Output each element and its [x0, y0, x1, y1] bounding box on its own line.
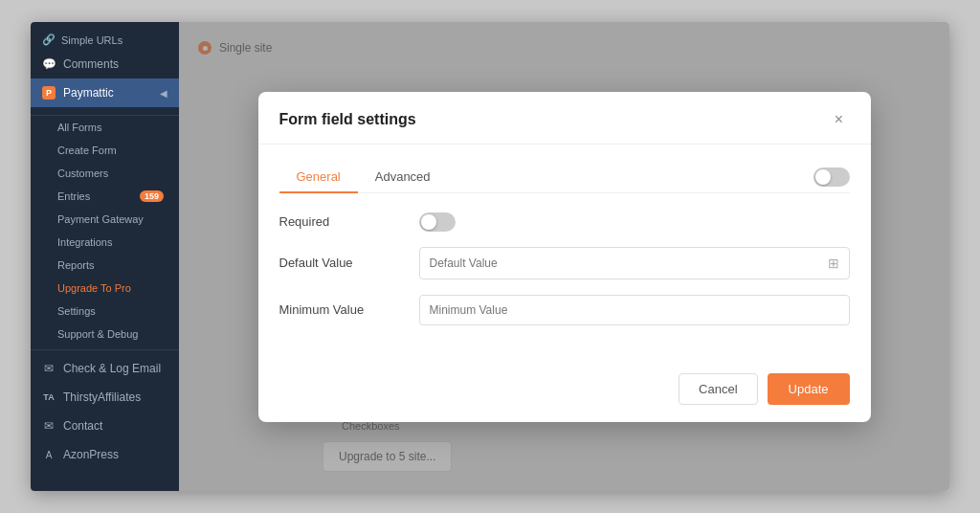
tab-advanced[interactable]: Advanced — [358, 162, 448, 193]
toggle-knob — [815, 169, 831, 185]
update-button[interactable]: Update — [768, 373, 850, 405]
default-value-control: ⊞ — [419, 247, 850, 279]
default-value-label: Default Value — [279, 256, 404, 270]
required-toggle-control — [419, 212, 850, 232]
required-toggle-knob — [421, 214, 436, 230]
azonpress-icon: A — [42, 448, 56, 461]
sidebar-item-thirsty-affiliates[interactable]: TA ThirstyAffiliates — [31, 383, 179, 412]
azonpress-label: AzonPress — [63, 448, 167, 461]
minimum-value-input[interactable] — [430, 303, 839, 317]
tab-general[interactable]: General — [279, 162, 358, 193]
grid-icon: ⊞ — [828, 256, 839, 271]
required-field: Required — [279, 212, 850, 232]
entries-badge: 159 — [140, 190, 164, 202]
sidebar-item-comments[interactable]: 💬 Comments — [31, 50, 179, 78]
thirsty-label: ThirstyAffiliates — [63, 390, 167, 404]
modal-body: General Advanced Required — [258, 145, 871, 362]
modal-footer: Cancel Update — [258, 362, 871, 422]
minimum-value-input-wrapper — [419, 295, 850, 325]
modal-toggle[interactable] — [813, 167, 850, 187]
paymattic-icon: P — [42, 86, 56, 100]
sidebar: 🔗 Simple URLs 💬 Comments P Paymattic ◀ A… — [31, 22, 179, 491]
default-value-input-wrapper: ⊞ — [419, 247, 850, 279]
check-log-label: Check & Log Email — [63, 362, 167, 375]
required-label: Required — [279, 214, 404, 229]
main-content: Single site Form field settings × — [179, 22, 949, 491]
entries-label: Entries — [57, 190, 90, 202]
minimum-value-label: Minimum Value — [279, 302, 404, 317]
comments-label: Comments — [63, 57, 167, 71]
thirsty-icon: TA — [42, 390, 56, 404]
paymattic-arrow: ◀ — [160, 88, 167, 99]
submenu-integrations[interactable]: Integrations — [31, 231, 179, 254]
link-icon: 🔗 — [42, 33, 56, 46]
sidebar-item-azonpress[interactable]: A AzonPress — [31, 440, 179, 469]
contact-icon: ✉ — [42, 419, 56, 433]
minimum-value-control — [419, 295, 850, 325]
sidebar-item-contact[interactable]: ✉ Contact — [31, 412, 179, 440]
submenu-all-forms[interactable]: All Forms — [31, 116, 179, 139]
content-area: Single site Form field settings × — [179, 22, 949, 491]
submenu-support-debug[interactable]: Support & Debug — [31, 323, 179, 346]
contact-label: Contact — [63, 419, 167, 433]
sidebar-item-paymattic[interactable]: P Paymattic ◀ — [31, 78, 179, 107]
submenu-entries[interactable]: Entries 159 — [31, 185, 179, 208]
minimum-value-field: Minimum Value — [279, 295, 850, 325]
submenu-settings[interactable]: Settings — [31, 300, 179, 323]
default-value-field: Default Value ⊞ — [279, 247, 850, 279]
sidebar-top-section: 🔗 Simple URLs 💬 Comments P Paymattic ◀ — [31, 22, 179, 116]
cancel-button[interactable]: Cancel — [679, 373, 757, 405]
tabs-left: General Advanced — [279, 162, 448, 192]
sidebar-item-simple-urls[interactable]: 🔗 Simple URLs — [31, 30, 179, 50]
comments-icon: 💬 — [42, 57, 56, 71]
modal-overlay: Form field settings × General Advanced — [179, 22, 949, 491]
submenu-upgrade-to-pro[interactable]: Upgrade To Pro — [31, 277, 179, 300]
paymattic-label: Paymattic — [63, 86, 152, 100]
submenu-create-form[interactable]: Create Form — [31, 139, 179, 162]
submenu-customers[interactable]: Customers — [31, 162, 179, 185]
submenu-reports[interactable]: Reports — [31, 254, 179, 277]
submenu-payment-gateway[interactable]: Payment Gateway — [31, 208, 179, 231]
required-toggle[interactable] — [419, 212, 456, 232]
check-log-icon: ✉ — [42, 362, 56, 375]
modal-tabs: General Advanced — [279, 162, 850, 193]
sidebar-item-check-log-email[interactable]: ✉ Check & Log Email — [31, 354, 179, 383]
paymattic-submenu: All Forms Create Form Customers Entries … — [31, 116, 179, 346]
close-button[interactable]: × — [829, 109, 850, 130]
modal-header: Form field settings × — [258, 92, 871, 145]
default-value-input[interactable] — [430, 256, 828, 270]
simple-urls-label: Simple URLs — [61, 34, 122, 46]
form-field-settings-modal: Form field settings × General Advanced — [258, 92, 871, 422]
modal-title: Form field settings — [279, 111, 416, 128]
